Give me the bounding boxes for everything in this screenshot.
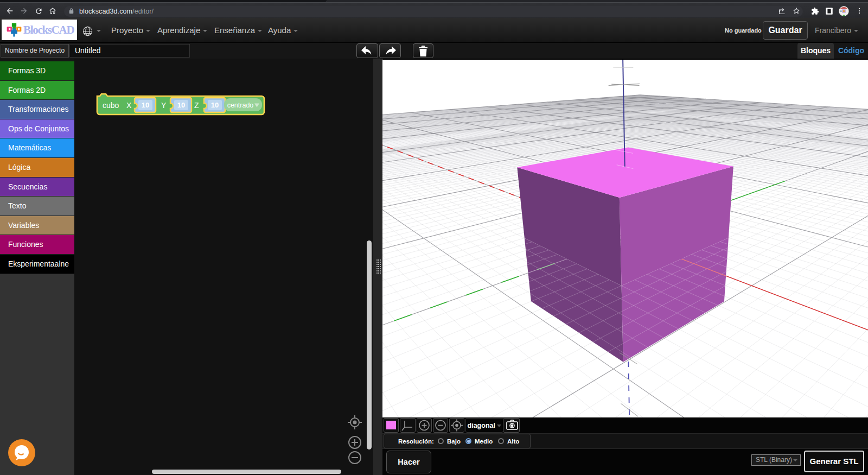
svg-text:cubo: cubo xyxy=(103,101,119,110)
svg-text:Y: Y xyxy=(161,101,167,110)
svg-text:Z: Z xyxy=(194,101,199,110)
svg-text:X: X xyxy=(126,101,132,110)
svg-text:10: 10 xyxy=(177,101,185,109)
svg-text:10: 10 xyxy=(142,101,149,109)
svg-text:10: 10 xyxy=(211,101,219,109)
svg-text:centrado: centrado xyxy=(227,102,254,109)
